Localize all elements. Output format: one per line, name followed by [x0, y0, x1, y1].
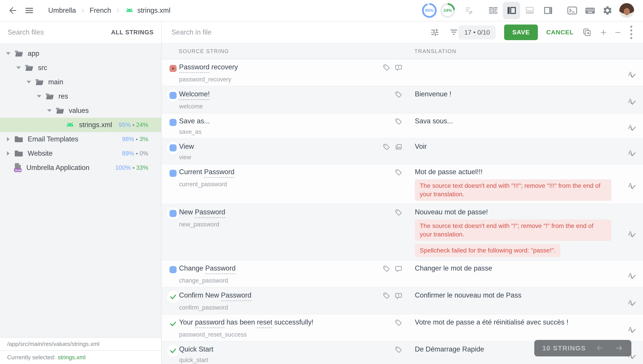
search-files-input[interactable] [8, 28, 107, 36]
tree-item-src[interactable]: src [0, 61, 161, 75]
string-row-save_as[interactable]: Save as...save_asSava sous...A [162, 113, 643, 139]
chevron-right-icon[interactable] [5, 151, 12, 156]
spellcheck-approve-icon[interactable]: A [627, 117, 636, 138]
tag-icon[interactable] [383, 64, 390, 71]
string-row-confirm_password[interactable]: Confirm New Passwordconfirm_passwordConf… [162, 288, 643, 314]
tree-item-res[interactable]: res [0, 89, 161, 104]
tag-icon[interactable] [395, 118, 402, 125]
chevron-down-icon[interactable] [15, 66, 22, 69]
console-icon[interactable] [567, 5, 578, 16]
next-page-icon[interactable] [614, 344, 623, 352]
translation-cell[interactable]: Confirmer le nouveau mot de Pass [411, 288, 620, 314]
tag-icon[interactable] [395, 168, 402, 176]
glossary-term[interactable]: password [195, 318, 225, 328]
folder-open-icon [14, 50, 24, 58]
glossary-term[interactable]: reset [257, 318, 272, 328]
string-row-password_recovery[interactable]: Password recoverypassword_recoveryA [162, 59, 643, 86]
sort-filter-icon[interactable] [449, 28, 458, 37]
view-mode-side-by-side-button[interactable] [503, 2, 520, 19]
translation-cell[interactable]: Changer le mot de passe [411, 260, 620, 287]
folder-closed-icon [14, 150, 24, 158]
settings-gear-icon[interactable] [602, 5, 613, 16]
increase-font-icon[interactable]: + [600, 27, 606, 38]
source-string-text: Password recovery [179, 63, 381, 73]
view-mode-table-button[interactable] [484, 2, 502, 19]
chevron-down-icon[interactable] [5, 52, 12, 55]
chevron-down-icon[interactable] [35, 95, 43, 98]
translation-cell[interactable]: Sava sous... [411, 113, 620, 138]
spellcheck-approve-icon[interactable]: A [627, 142, 636, 164]
spellcheck-approve-icon[interactable]: A [627, 90, 636, 113]
tag-icon[interactable] [383, 292, 390, 300]
tag-icon[interactable] [395, 319, 402, 326]
tag-icon[interactable] [395, 346, 402, 354]
spellcheck-approve-icon[interactable]: A [627, 63, 636, 86]
chevron-down-icon[interactable] [46, 109, 53, 112]
glossary-term[interactable]: Password [179, 63, 209, 73]
source-text-segment: Change [179, 264, 205, 272]
draft-notes-icon[interactable] [464, 5, 475, 16]
decrease-font-icon[interactable]: − [615, 27, 621, 38]
translation-cell[interactable]: Mot de passe actuel!!!The source text do… [411, 164, 620, 204]
tree-item-label: src [38, 64, 47, 72]
spellcheck-approve-icon[interactable]: A [627, 291, 636, 314]
cancel-button[interactable]: CANCEL [546, 29, 574, 36]
tree-item-website[interactable]: Website89%•0% [0, 146, 161, 160]
comment-issue-icon[interactable] [395, 64, 402, 71]
translation-cell[interactable]: Votre mot de passe a été réinitialisé av… [411, 314, 620, 341]
tree-item-strings-xml[interactable]: strings.xml95%•24% [0, 118, 161, 132]
spellcheck-approve-icon[interactable]: A [627, 318, 636, 341]
string-row-welcome[interactable]: Welcome!welcomeBienvenue !A [162, 86, 643, 113]
breadcrumb-project[interactable]: Umbrella [48, 6, 76, 14]
more-options-icon[interactable] [629, 25, 633, 40]
translation-cell[interactable]: Nouveau mot de passe!The source text doe… [411, 204, 620, 260]
comment-issue-icon[interactable] [395, 292, 402, 300]
view-mode-top-bottom-button[interactable] [521, 2, 538, 19]
tree-item-email-templates[interactable]: Email Templates98%•3% [0, 132, 161, 146]
glossary-term[interactable]: Password [195, 208, 225, 218]
user-avatar[interactable] [619, 3, 634, 18]
tree-item-values[interactable]: values [0, 104, 161, 118]
tree-item-umbrella-application[interactable]: JSONUmbrella Application100%•33% [0, 160, 161, 175]
tag-icon[interactable] [395, 209, 402, 216]
tag-icon[interactable] [395, 91, 402, 98]
all-strings-button[interactable]: ALL STRINGS [111, 29, 154, 36]
chevron-down-icon[interactable] [25, 81, 33, 84]
filter-settings-icon[interactable] [430, 28, 439, 37]
translation-cell[interactable] [411, 59, 620, 86]
source-cell: Confirm New Passwordconfirm_password [179, 288, 411, 314]
currently-selected-file[interactable]: strings.xml [58, 354, 86, 361]
back-icon[interactable] [8, 5, 18, 16]
string-row-password_reset_success[interactable]: Your password has been reset successfull… [162, 314, 643, 342]
string-row-change_password[interactable]: Change Passwordchange_passwordChanger le… [162, 260, 643, 288]
tag-icon[interactable] [383, 143, 390, 151]
tree-item-app[interactable]: app [0, 46, 161, 61]
tag-icon[interactable] [383, 265, 390, 272]
chevron-right-icon[interactable] [5, 137, 12, 142]
previous-page-icon[interactable] [596, 344, 605, 352]
string-key: save_as [179, 128, 393, 136]
spellcheck-approve-icon[interactable]: A [627, 264, 636, 287]
translation-cell[interactable]: Voir [411, 139, 620, 164]
spellcheck-approve-icon[interactable]: A [627, 168, 636, 204]
screenshot-icon[interactable] [395, 143, 402, 151]
view-mode-right-panel-button[interactable] [539, 2, 557, 19]
keyboard-shortcuts-icon[interactable] [584, 5, 596, 16]
string-row-new_password[interactable]: New Passwordnew_passwordNouveau mot de p… [162, 204, 643, 260]
translation-cell[interactable]: Bienvenue ! [411, 86, 620, 113]
breadcrumb-file[interactable]: strings.xml [125, 6, 170, 14]
spellcheck-approve-icon[interactable]: A [627, 208, 636, 260]
glossary-term[interactable]: Welcome! [179, 90, 210, 100]
string-row-current_password[interactable]: Current Passwordcurrent_passwordMot de p… [162, 164, 643, 204]
menu-icon[interactable] [24, 5, 34, 16]
copy-source-icon[interactable] [582, 28, 592, 37]
glossary-term[interactable]: Password [221, 291, 251, 301]
save-button[interactable]: SAVE [504, 24, 538, 40]
glossary-term[interactable]: Password [204, 168, 234, 178]
string-row-view[interactable]: ViewviewVoirA [162, 139, 643, 164]
comment-icon[interactable] [395, 265, 402, 272]
tree-item-main[interactable]: main [0, 75, 161, 89]
glossary-term[interactable]: Password [205, 264, 235, 274]
search-in-file-input[interactable] [171, 28, 420, 36]
breadcrumb-language[interactable]: French [90, 6, 111, 14]
